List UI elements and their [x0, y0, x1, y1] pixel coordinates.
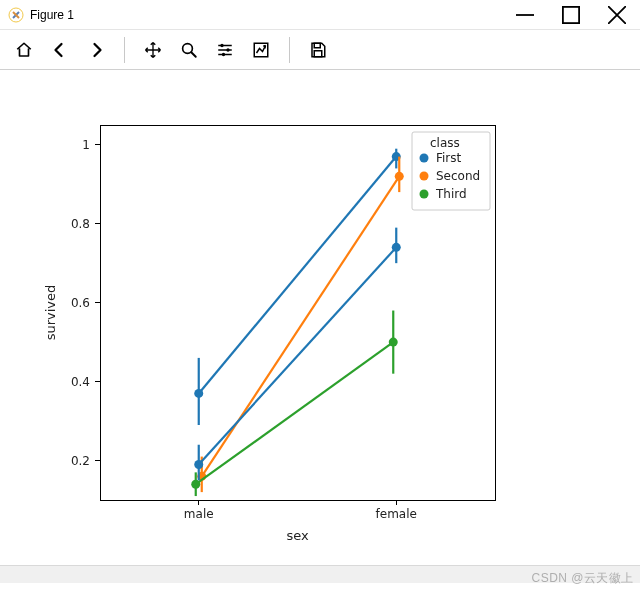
svg-text:0.4: 0.4	[71, 375, 90, 389]
watermark-text: CSDN @云天徽上	[531, 570, 634, 587]
minimize-button[interactable]	[502, 0, 548, 30]
watermark: CSDN @云天徽上	[0, 583, 640, 589]
y-tick: 0.8	[71, 217, 100, 231]
data-point	[395, 172, 404, 181]
svg-text:female: female	[376, 507, 417, 521]
x-tick: male	[184, 500, 214, 521]
data-point	[392, 243, 401, 252]
svg-point-4	[226, 48, 229, 51]
legend-marker	[420, 172, 429, 181]
legend-title: class	[430, 136, 460, 150]
y-tick: 0.6	[71, 296, 100, 310]
chart-svg: 0.2 0.4 0.6 0.8 1 male	[0, 70, 640, 565]
svg-rect-1	[563, 6, 579, 22]
forward-button[interactable]	[78, 33, 114, 67]
toolbar-separator	[289, 37, 290, 63]
svg-point-5	[222, 52, 225, 55]
legend-label: First	[436, 151, 462, 165]
window-titlebar: Figure 1	[0, 0, 640, 30]
data-point	[389, 338, 398, 347]
edit-axes-button[interactable]	[243, 33, 279, 67]
svg-text:male: male	[184, 507, 214, 521]
x-tick: female	[376, 500, 417, 521]
legend-label: Second	[436, 169, 480, 183]
save-button[interactable]	[300, 33, 336, 67]
legend: class FirstSecondThird	[412, 132, 490, 210]
svg-text:1: 1	[82, 138, 90, 152]
app-icon	[8, 7, 24, 23]
svg-point-3	[220, 43, 223, 46]
x-axis-label: sex	[286, 528, 309, 543]
legend-marker	[420, 154, 429, 163]
configure-subplots-button[interactable]	[207, 33, 243, 67]
pan-button[interactable]	[135, 33, 171, 67]
maximize-button[interactable]	[548, 0, 594, 30]
mpl-toolbar	[0, 30, 640, 70]
svg-rect-8	[314, 50, 322, 56]
toolbar-separator	[124, 37, 125, 63]
legend-label: Third	[435, 187, 467, 201]
data-point	[191, 480, 200, 489]
svg-text:0.6: 0.6	[71, 296, 90, 310]
back-button[interactable]	[42, 33, 78, 67]
zoom-button[interactable]	[171, 33, 207, 67]
home-button[interactable]	[6, 33, 42, 67]
y-axis-label: survived	[43, 285, 58, 341]
legend-marker	[420, 190, 429, 199]
y-tick: 0.4	[71, 375, 100, 389]
svg-text:0.2: 0.2	[71, 454, 90, 468]
svg-rect-7	[314, 43, 320, 48]
y-tick: 0.2	[71, 454, 100, 468]
svg-text:0.8: 0.8	[71, 217, 90, 231]
data-point	[194, 389, 203, 398]
figure-canvas[interactable]: 0.2 0.4 0.6 0.8 1 male	[0, 70, 640, 565]
y-tick: 1	[82, 138, 100, 152]
close-button[interactable]	[594, 0, 640, 30]
data-point	[194, 460, 203, 469]
window-title: Figure 1	[30, 8, 74, 22]
